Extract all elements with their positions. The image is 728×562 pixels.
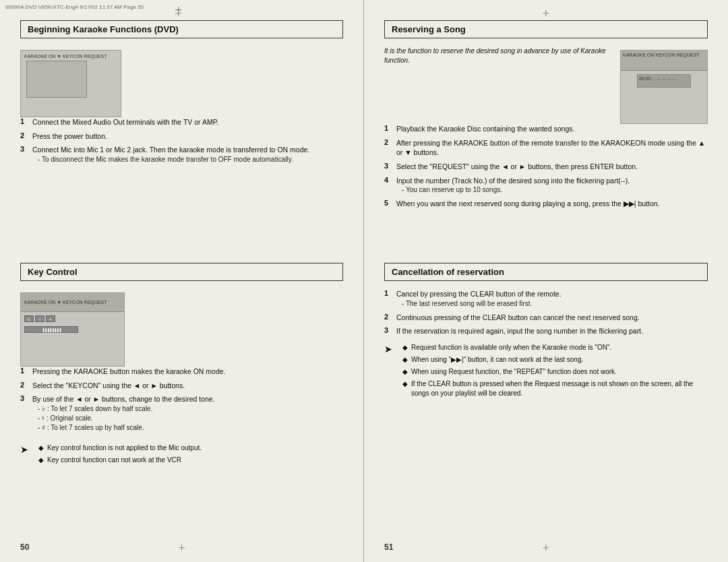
step-item: 1 Pressing the KARAOKE button makes the … xyxy=(20,367,343,377)
note-text: Key control function can not work at the… xyxy=(47,456,181,465)
diamond-icon: ◆ xyxy=(38,443,44,453)
cancellation-notes: ➤ ◆ Request function is available only w… xyxy=(384,343,708,401)
step-item: 3 Select the "REQUEST" using the ◄ or ► … xyxy=(384,162,708,172)
step-item: 2 Continuous pressing of the CLEAR butto… xyxy=(384,313,708,323)
reserving-song-steps: 1 Playback the Karaoke Disc containing t… xyxy=(384,124,708,209)
note-arrow-item: ➤ ◆ Key control function is not applied … xyxy=(20,443,343,468)
diamond-icon: ◆ xyxy=(402,367,408,377)
note-text: When using "▶▶|" button, it can not work… xyxy=(411,355,583,365)
note-text: Key control function is not applied to t… xyxy=(47,443,202,453)
step-number: 1 xyxy=(20,117,32,125)
device-image-keycontrol: KARAOKE ON ▼ KEYCON REQUEST b ♮ # ▐▐▐▐▐▐… xyxy=(20,292,125,367)
crosshair-top-left: + xyxy=(175,7,189,20)
kc-key: ▐▐▐▐▐▐▐▐ xyxy=(24,326,78,333)
cancellation-title: Cancellation of reservation xyxy=(384,263,708,281)
kc-key: b xyxy=(24,315,34,322)
note-content: ◆ Key control function is not applied to… xyxy=(32,443,202,468)
kc-label: KARAOKE ON ▼ KEYCON REQUEST xyxy=(24,300,107,305)
crosshair-top-right: + xyxy=(543,7,550,21)
crosshair-bottom-right: + xyxy=(543,541,550,555)
step-number: 2 xyxy=(20,131,32,139)
step-text: Cancel by pressing the CLEAR button of t… xyxy=(396,290,562,298)
beginning-karaoke-content: KARAOKE ON ▼ KEYCON REQUEST 1 Connect th… xyxy=(20,46,343,168)
section-beginning-karaoke: Beginning Karaoke Functions (DVD) KARAOK… xyxy=(20,20,343,249)
step-number: 2 xyxy=(384,313,396,321)
step-text: Press the power button. xyxy=(32,131,107,142)
note-text: Request function is available only when … xyxy=(411,343,611,352)
section-key-control: Key Control KARAOKE ON ▼ KEYCON REQUEST … xyxy=(20,263,343,526)
note-bullet: ◆ Key control function is not applied to… xyxy=(32,443,202,453)
step-item: 2 Select the "KEYCON" using the ◄ or ► b… xyxy=(20,381,343,391)
step-number: 4 xyxy=(384,176,396,184)
remote-top: KARAOKE ON KEYCON REQUEST xyxy=(621,51,707,71)
step-item: 4 Input the number (Track No.) of the de… xyxy=(384,176,708,195)
page-number-left: 50 xyxy=(20,542,29,552)
section-reserving-song: Reserving a Song KARAOKE ON KEYCON REQUE… xyxy=(384,20,708,249)
step-number: 3 xyxy=(20,394,32,402)
key-control-content: KARAOKE ON ▼ KEYCON REQUEST b ♮ # ▐▐▐▐▐▐… xyxy=(20,289,343,437)
step-text: Select the "REQUEST" using the ◄ or ► bu… xyxy=(396,162,638,172)
arrow-icon: ➤ xyxy=(384,343,392,356)
step-sub: - ♮ : Original scale. xyxy=(38,414,215,423)
step-text: Input the number (Track No.) of the desi… xyxy=(396,177,630,185)
step-text: Pressing the KARAOKE button makes the ka… xyxy=(32,367,226,377)
kc-top-bar: KARAOKE ON ▼ KEYCON REQUEST xyxy=(21,293,124,312)
key-control-notes: ➤ ◆ Key control function is not applied … xyxy=(20,443,343,468)
step-sub: - To disconnect the Mic makes the karaok… xyxy=(38,155,309,164)
step-text: When you want the next reserved song dur… xyxy=(396,199,660,209)
step-sub: - ♭ : To let 7 scales down by half scale… xyxy=(38,404,215,414)
step-number: 1 xyxy=(20,367,32,375)
kc-key: ♮ xyxy=(35,315,44,322)
step-text: Connect the Mixed Audio Out terminals wi… xyxy=(32,117,218,127)
step-number: 2 xyxy=(384,138,396,146)
step-item: 3 Connect Mic into Mic 1 or Mic 2 jack. … xyxy=(20,145,343,164)
diamond-icon: ◆ xyxy=(38,456,44,465)
step-text: After pressing the KARAOKE button of the… xyxy=(396,138,708,158)
note-bullet: ◆ Key control function can not work at t… xyxy=(32,456,202,465)
note-bullet: ◆ When using Request function, the "REPE… xyxy=(396,367,708,377)
key-control-title: Key Control xyxy=(20,263,343,281)
step-text: Continuous pressing of the CLEAR button … xyxy=(396,313,640,323)
step-number: 3 xyxy=(384,162,396,170)
note-text: If the CLEAR button is pressed when the … xyxy=(411,379,708,398)
file-info: 00090A DVD-V85K/XTC-Eng4 9/17/02 11:37 A… xyxy=(5,4,144,10)
step-item: 1 Playback the Karaoke Disc containing t… xyxy=(384,124,708,134)
page-number-right: 51 xyxy=(384,542,393,552)
note-content: ◆ Request function is available only whe… xyxy=(396,343,708,401)
step-text: By use of the ◄ or ► buttons, change to … xyxy=(32,395,215,403)
step-text: Select the "KEYCON" using the ◄ or ► but… xyxy=(32,381,185,391)
step-item: 3 By use of the ◄ or ► buttons, change t… xyxy=(20,394,343,433)
section-cancellation: Cancellation of reservation 1 Cancel by … xyxy=(384,263,708,526)
beginning-karaoke-title: Beginning Karaoke Functions (DVD) xyxy=(20,20,343,38)
cancellation-steps: 1 Cancel by pressing the CLEAR button of… xyxy=(384,289,708,336)
step-text: Playback the Karaoke Disc containing the… xyxy=(396,124,574,134)
step-sub: - ♯ : To let 7 scales up by half scale. xyxy=(38,423,215,433)
step-number: 3 xyxy=(384,326,396,334)
kc-key: # xyxy=(46,315,55,322)
remote-label: KARAOKE ON KEYCON REQUEST xyxy=(623,53,705,57)
step-item: 1 Cancel by pressing the CLEAR button of… xyxy=(384,289,708,309)
note-bullet: ◆ Request function is available only whe… xyxy=(396,343,708,352)
step-item: 5 When you want the next reserved song d… xyxy=(384,199,708,209)
note-text: When using Request function, the "REPEAT… xyxy=(411,367,617,377)
reserving-song-title: Reserving a Song xyxy=(384,20,708,38)
note-bullet: ◆ If the CLEAR button is pressed when th… xyxy=(396,379,708,398)
note-arrow-item: ➤ ◆ Request function is available only w… xyxy=(384,343,708,401)
step-item: 1 Connect the Mixed Audio Out terminals … xyxy=(20,117,343,127)
step-item: 2 Press the power button. xyxy=(20,131,343,142)
step-number: 1 xyxy=(384,289,396,297)
step-sub: - You can reserve up to 10 songs. xyxy=(402,185,630,195)
step-number: 1 xyxy=(384,124,396,132)
step-text: Connect Mic into Mic 1 or Mic 2 jack. Th… xyxy=(32,146,309,154)
step-item: 2 After pressing the KARAOKE button of t… xyxy=(384,138,708,158)
crosshair-bottom-left: + xyxy=(178,541,185,555)
step-text: If the reservation is required again, in… xyxy=(396,326,643,336)
beginning-karaoke-steps: 1 Connect the Mixed Audio Out terminals … xyxy=(20,117,343,164)
device-screen xyxy=(26,61,87,98)
note-bullet: ◆ When using "▶▶|" button, it can not wo… xyxy=(396,355,708,365)
step-number: 5 xyxy=(384,199,396,207)
device-label-karaoke: KARAOKE ON ▼ KEYCON REQUEST xyxy=(24,54,107,59)
key-control-steps: 1 Pressing the KARAOKE button makes the … xyxy=(20,367,343,433)
step-item: 3 If the reservation is required again, … xyxy=(384,326,708,336)
diamond-icon: ◆ xyxy=(402,379,408,389)
